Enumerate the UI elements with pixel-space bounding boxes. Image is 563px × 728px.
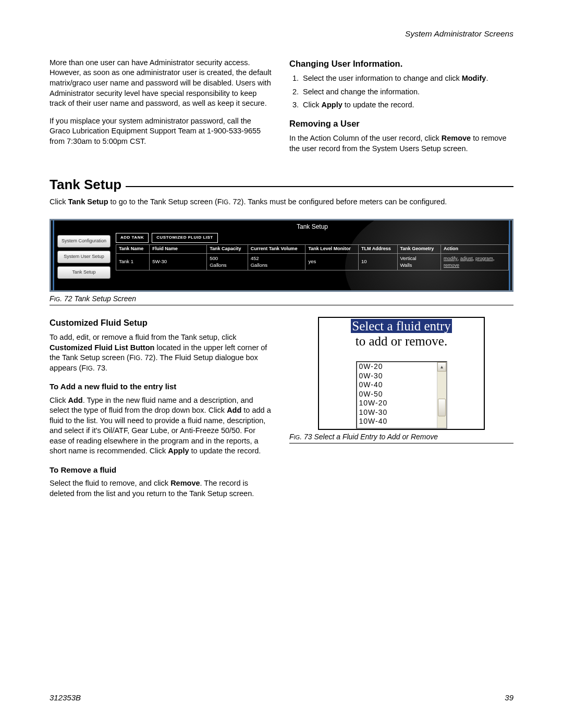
remove-label: Remove (442, 134, 471, 142)
th-tank-level-monitor: Tank Level Monitor (305, 244, 359, 253)
fluid-listbox[interactable]: 0W-20 0W-30 0W-40 0W-50 10W-20 10W-30 10… (356, 361, 447, 429)
add-fluid-title: To Add a new fluid to the entry list (50, 381, 274, 392)
customized-fluid-list-button[interactable]: CUSTOMIZED FLUID LIST (152, 233, 218, 243)
cell-current-volume: 452Gallons (248, 253, 305, 270)
fig73-dialog: Select a fluid entry to add or remove. 0… (318, 317, 485, 430)
scroll-track[interactable] (437, 372, 446, 428)
text: IG (222, 199, 229, 206)
intro-p2: If you misplace your system administrato… (50, 116, 274, 147)
fig73-list-wrap: 0W-20 0W-30 0W-40 0W-50 10W-20 10W-30 10… (324, 361, 479, 429)
table-header-row: Tank Name Fluid Name Tank Capacity Curre… (116, 244, 509, 253)
scroll-thumb[interactable] (438, 399, 446, 416)
tank-setup-bold: Tank Setup (68, 198, 108, 206)
add-fluid-p: Click Add. Type in the new fluid name an… (50, 396, 274, 456)
cell-level-monitor: yes (305, 253, 359, 270)
removing-p: In the Action Column of the user record,… (289, 133, 513, 154)
fig72-container: System Configuration System User Setup T… (50, 219, 513, 305)
list-item[interactable]: 10W-40 (359, 417, 435, 426)
action-remove[interactable]: remove (444, 263, 459, 268)
nav-tank-setup[interactable]: Tank Setup (57, 266, 111, 279)
custom-p1: To add, edit, or remove a fluid from the… (50, 332, 274, 373)
th-current-volume: Current Tank Volume (248, 244, 305, 253)
top-left-col: More than one user can have Administrato… (50, 58, 274, 161)
list-item[interactable]: 0W-50 (359, 390, 435, 399)
cust-fluid-list-btn-label: Customized Fluid List Button (50, 343, 154, 352)
scroll-up-icon[interactable]: ▴ (437, 362, 446, 372)
cell-fluid-name: 5W-30 (150, 253, 207, 270)
text: Select the user information to change an… (303, 74, 462, 82)
changing-step-2: Select and change the information. (301, 87, 513, 97)
text: In the Action Column of the user record,… (289, 134, 442, 142)
th-action: Action (441, 244, 509, 253)
tank-setup-title: Tank Setup (50, 176, 121, 194)
list-item[interactable]: 0W-20 (359, 362, 435, 372)
cell-capacity: 500Gallons (207, 253, 248, 270)
list-item[interactable]: 0W-30 (359, 372, 435, 381)
changing-title: Changing User Information. (289, 58, 513, 69)
table-row: Tank 1 5W-30 500Gallons 452Gallons yes 1… (116, 253, 509, 270)
remove-label-2: Remove (170, 479, 200, 487)
text: . 72). Tanks must be configured before m… (228, 198, 447, 206)
heading-rule (126, 186, 513, 187)
list-item[interactable]: 10W-30 (359, 408, 435, 417)
th-fluid-name: Fluid Name (150, 244, 207, 253)
top-right-col: Changing User Information. Select the us… (289, 58, 513, 161)
intro-p1: More than one user can have Administrato… (50, 58, 274, 109)
nav-system-user-setup[interactable]: System User Setup (57, 251, 111, 263)
fig72-main: Tank Setup ADD TANK CUSTOMIZED FLUID LIS… (113, 220, 512, 290)
custom-title: Customized Fluid Setup (50, 317, 274, 328)
page-footer: 312353B 39 (50, 693, 513, 703)
cell-actions: modify, adjust, program,remove (441, 253, 509, 270)
removing-title: Removing a User (289, 118, 513, 129)
list-item[interactable]: 0W-40 (359, 380, 435, 390)
th-tank-geometry: Tank Geometry (397, 244, 441, 253)
th-tank-name: Tank Name (116, 244, 150, 253)
nav-system-config[interactable]: System Configuration (57, 235, 111, 248)
add-label-2: Add (227, 406, 241, 414)
bottom-right-col: Select a fluid entry to add or remove. 0… (289, 317, 513, 507)
changing-step-1: Select the user information to change an… (301, 73, 513, 84)
fig73-title-l2: to add or remove. (356, 334, 447, 348)
bottom-columns: Customized Fluid Setup To add, edit, or … (50, 317, 513, 507)
tank-setup-p: Click Tank Setup to go to the Tank Setup… (50, 197, 513, 207)
cell-geometry: VerticalWalls (397, 253, 441, 270)
text: to go to the Tank Setup screen (F (108, 198, 222, 206)
add-tank-button[interactable]: ADD TANK (116, 233, 149, 243)
fig73-caption: FIG. 73 Select a Fluid Entry to Add or R… (289, 432, 513, 443)
apply-label-2: Apply (168, 447, 189, 455)
cell-tlm-address: 10 (359, 253, 397, 270)
action-program[interactable]: program (475, 256, 493, 261)
scrollbar[interactable]: ▴ (437, 362, 446, 428)
text: . (486, 74, 488, 82)
text: Click (50, 198, 68, 206)
tank-setup-heading: Tank Setup (50, 176, 513, 194)
action-modify[interactable]: modify (444, 256, 458, 261)
th-tlm-address: TLM Address (359, 244, 397, 253)
action-adjust[interactable]: adjust (460, 256, 473, 261)
fig72-topbtns: ADD TANK CUSTOMIZED FLUID LIST (116, 233, 509, 243)
text: Click (303, 101, 321, 109)
remove-fluid-title: To Remove a fluid (50, 465, 274, 475)
remove-fluid-p: Select the fluid to remove, and click Re… (50, 478, 274, 499)
changing-steps: Select the user information to change an… (289, 73, 513, 110)
add-label: Add (68, 396, 82, 404)
fig72-sidebar: System Configuration System User Setup T… (55, 220, 113, 290)
fig72-screenshot: System Configuration System User Setup T… (50, 219, 513, 292)
page-number: 39 (505, 693, 513, 703)
top-columns: More than one user can have Administrato… (50, 58, 513, 161)
fig72-table: Tank Name Fluid Name Tank Capacity Curre… (116, 244, 509, 271)
cell-tank-name: Tank 1 (116, 253, 150, 270)
th-tank-capacity: Tank Capacity (207, 244, 248, 253)
modify-label: Modify (462, 74, 486, 82)
fig73-title: Select a fluid entry to add or remove. (324, 319, 479, 362)
fluid-list: 0W-20 0W-30 0W-40 0W-50 10W-20 10W-30 10… (357, 362, 437, 428)
fig72-title: Tank Setup (116, 223, 509, 231)
doc-number: 312353B (50, 693, 81, 703)
list-item[interactable]: 10W-20 (359, 399, 435, 408)
apply-label: Apply (321, 101, 342, 109)
fig72-caption: FIG. 72 Tank Setup Screen (50, 294, 513, 305)
text: to update the record. (342, 101, 414, 109)
fig73-title-l1: Select a fluid entry (351, 319, 452, 333)
changing-step-3: Click Apply to update the record. (301, 100, 513, 110)
bottom-left-col: Customized Fluid Setup To add, edit, or … (50, 317, 274, 507)
